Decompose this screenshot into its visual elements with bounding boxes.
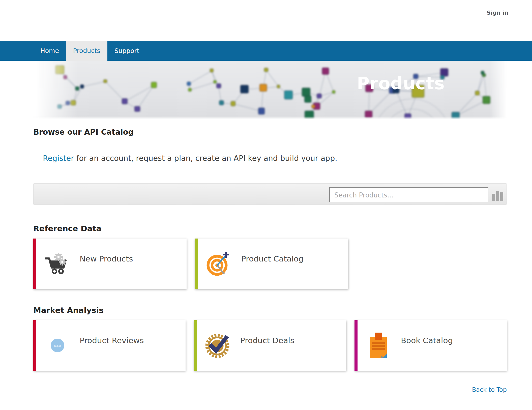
main-nav: Home Products Support [0,41,532,61]
reference-data-cards: New Products Product Catalog [33,239,507,289]
sign-in-link[interactable]: Sign in [487,10,508,16]
bar-2 [496,191,499,201]
card-label: New Products [80,254,133,263]
bar-1 [492,194,495,201]
notepad-icon [366,330,392,361]
search-toolbar [33,183,507,205]
card-label: Product Catalog [241,254,304,263]
hero-fade-left [33,61,79,119]
card-label: Product Deals [240,336,294,345]
section-title-market-analysis: Market Analysis [33,305,507,315]
hero-fade-right [489,61,507,119]
cart-gears-icon [44,249,71,279]
register-link[interactable]: Register [43,154,74,163]
card-new-products[interactable]: New Products [33,239,187,289]
back-to-top-link[interactable]: Back to Top [472,386,507,393]
top-header: Sign in [0,0,532,41]
card-book-catalog[interactable]: Book Catalog [354,320,507,371]
card-product-catalog[interactable]: Product Catalog [195,239,348,289]
nav-item-products[interactable]: Products [66,41,107,61]
bar-chart-icon[interactable] [492,191,503,201]
card-product-reviews[interactable]: Product Reviews [33,320,186,371]
register-rest-text: for an account, request a plan, create a… [74,154,337,163]
bar-3 [500,192,503,201]
speech-bubble-icon [44,330,71,361]
card-label: Book Catalog [401,336,453,345]
badge-check-icon [205,330,231,361]
nav-item-home[interactable]: Home [33,41,66,61]
target-dart-icon [206,249,232,279]
browse-heading: Browse our API Catalog [33,127,507,137]
card-label: Product Reviews [80,336,144,345]
register-line: Register for an account, request a plan,… [43,153,507,164]
back-to-top: Back to Top [33,386,507,393]
page-title: Products [357,73,445,93]
hero-banner: Products [33,61,507,119]
nav-item-support[interactable]: Support [107,41,146,61]
main-content: Browse our API Catalog Register for an a… [33,127,507,393]
section-title-reference-data: Reference Data [33,223,507,233]
market-analysis-cards: Product Reviews Product Deals [33,320,507,371]
hero-fade-bottom [33,116,507,119]
search-input[interactable] [329,187,488,202]
card-product-deals[interactable]: Product Deals [194,320,346,371]
